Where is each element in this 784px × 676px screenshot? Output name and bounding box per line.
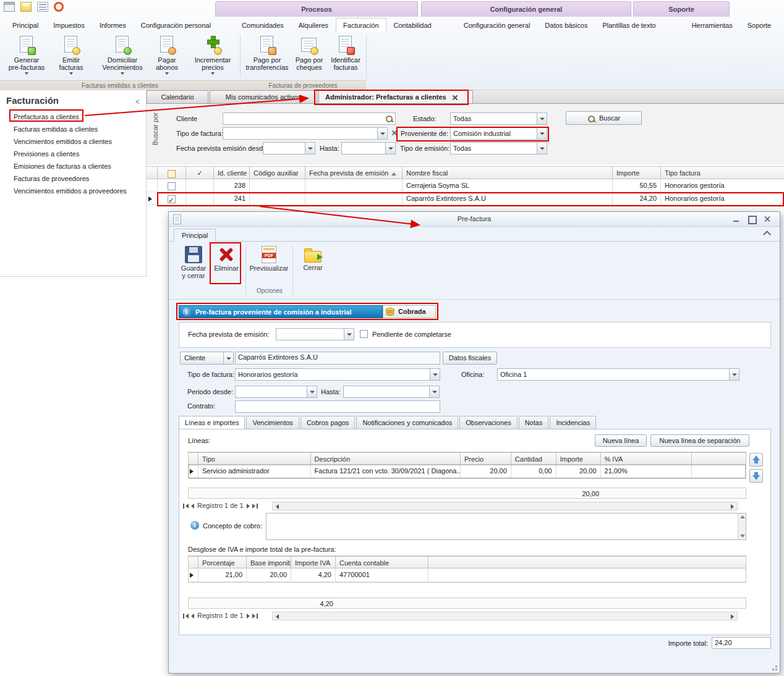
col-iva[interactable]: % IVA — [601, 453, 692, 464]
buscar-button[interactable]: Buscar — [566, 111, 642, 125]
col-importe[interactable]: Importe — [613, 167, 661, 179]
scroll-right-icon[interactable] — [731, 504, 734, 509]
dropdown-button[interactable] — [344, 329, 354, 340]
tab-configuracion-personal[interactable]: Configuración personal — [134, 18, 218, 32]
col-nombre-fiscal[interactable]: Nombre fiscal — [403, 167, 613, 179]
datos-fiscales-button[interactable]: Datos fiscales — [443, 352, 497, 365]
tab-notas[interactable]: Notas — [519, 416, 549, 429]
checkbox-header-icon[interactable] — [168, 170, 176, 178]
dropdown-button[interactable] — [537, 113, 547, 124]
dropdown-button[interactable] — [537, 143, 547, 154]
move-up-button[interactable] — [749, 453, 763, 467]
resize-grip[interactable] — [770, 663, 777, 670]
tab-alquileres[interactable]: Alquileres — [291, 18, 336, 32]
cell-descripcion[interactable]: Factura 121/21 con vcto. 30/09/2021 ( Di… — [311, 465, 461, 478]
iva-row[interactable]: 21,00 20,00 4,20 47700001 — [189, 568, 746, 582]
dialog-titlebar[interactable]: Pre-factura — [169, 212, 780, 227]
last-page-icon[interactable] — [252, 504, 255, 509]
dropdown-button[interactable] — [305, 143, 315, 154]
table-row[interactable]: 238 Cerrajeria Soyma SL 50,55 Honorarios… — [147, 179, 784, 192]
periodo-hasta-input[interactable] — [343, 386, 440, 398]
col-importe-iva[interactable]: Importe IVA — [291, 557, 336, 568]
cell-tipo[interactable]: Servicio administrador — [198, 465, 311, 478]
dropdown-button[interactable] — [429, 386, 439, 397]
textarea-scrollbar[interactable] — [738, 513, 746, 539]
pago-cheques-button[interactable]: Pago por cheques — [293, 33, 325, 79]
last-page-icon[interactable] — [252, 614, 255, 619]
fecha-hasta-input[interactable] — [341, 142, 396, 154]
prev-page-icon[interactable] — [191, 614, 194, 619]
dialog-tab-principal[interactable]: Principal — [174, 229, 216, 242]
emitir-facturas-button[interactable]: Emitir facturas — [53, 33, 89, 79]
sidebar-item-facturas-emitidas[interactable]: Facturas emitidas a clientes — [0, 123, 146, 135]
sidebar-item-vencimientos-clientes[interactable]: Vencimientos emitidos a clientes — [0, 135, 146, 148]
app-window-icon[interactable] — [4, 2, 15, 12]
previsualizar-button[interactable]: Previsualizar — [249, 244, 289, 285]
sidebar-item-facturas-proveedores[interactable]: Facturas de proveedores — [0, 172, 146, 185]
first-page-icon[interactable] — [185, 614, 189, 619]
cliente-split-button[interactable]: Cliente — [180, 352, 234, 365]
col-fecha-prevista[interactable]: Fecha prevista de emisión — [305, 167, 403, 179]
doc-tab-calendario[interactable]: Calendario — [147, 90, 208, 103]
tab-facturacion[interactable]: Facturación — [336, 18, 386, 32]
tipo-factura-select[interactable] — [223, 127, 388, 140]
row-checkbox-cell[interactable] — [158, 192, 186, 205]
scroll-left-icon[interactable] — [276, 614, 279, 619]
dropdown-button[interactable] — [729, 369, 739, 380]
move-down-button[interactable] — [749, 469, 763, 483]
cell-iva[interactable]: 21,00% — [601, 465, 692, 478]
sidebar-item-vencimientos-proveedores[interactable]: Vencimientos emitidos a proveedores — [0, 185, 146, 197]
sidebar-collapse-button[interactable]: < — [135, 98, 140, 106]
horizontal-scrollbar[interactable] — [272, 612, 738, 620]
dropdown-button[interactable] — [377, 128, 387, 139]
check-column-header[interactable]: ✓ — [186, 167, 214, 179]
doc-tab-administrador-prefacturas[interactable]: Administrador: Prefacturas a clientes — [318, 90, 473, 103]
pagar-abonos-button[interactable]: Pagar abonos — [150, 33, 184, 79]
tab-impuestos[interactable]: Impuestos — [46, 18, 92, 32]
cell-importe-iva[interactable]: 4,20 — [291, 568, 336, 581]
linea-row[interactable]: Servicio administrador Factura 121/21 co… — [189, 465, 746, 478]
target-icon[interactable] — [54, 2, 64, 12]
tab-herramientas[interactable]: Herramientas — [684, 18, 740, 32]
pago-transferencias-button[interactable]: Pago por transferencias — [244, 33, 291, 79]
tab-notificaciones[interactable]: Notificaciones y comunicados — [356, 416, 458, 429]
tab-comunidades[interactable]: Comunidades — [234, 18, 291, 32]
concepto-cobro-textarea[interactable] — [266, 513, 746, 540]
next-page-icon[interactable] — [247, 504, 250, 509]
col-precio[interactable]: Precio — [461, 453, 511, 464]
dropdown-button[interactable] — [223, 352, 233, 364]
tab-plantillas-texto[interactable]: Plantillas de texto — [595, 18, 663, 32]
tab-vencimientos[interactable]: Vencimientos — [246, 416, 299, 429]
dropdown-button[interactable] — [537, 128, 547, 139]
notes-icon[interactable] — [37, 2, 48, 12]
tab-cobros-pagos[interactable]: Cobros pagos — [300, 416, 356, 429]
domiciliar-vencimientos-button[interactable]: Domiciliar Vencimientos — [98, 33, 147, 79]
contrato-input[interactable] — [235, 400, 440, 413]
dropdown-button[interactable] — [430, 369, 440, 380]
row-checkbox-cell[interactable] — [158, 179, 186, 192]
cerrar-button[interactable]: Cerrar — [297, 244, 328, 285]
doc-tab-mis-comunicados[interactable]: Mis comunicados activos — [210, 90, 317, 103]
pendiente-checkbox[interactable] — [360, 330, 368, 338]
fecha-desde-input[interactable] — [263, 142, 315, 154]
row-checkbox[interactable] — [168, 182, 176, 190]
sidebar-item-emisiones[interactable]: Emisiones de facturas a clientes — [0, 160, 146, 172]
tab-datos-basicos[interactable]: Datos básicos — [537, 18, 595, 32]
eliminar-button[interactable]: Eliminar — [212, 244, 241, 285]
col-cantidad[interactable]: Cantidad — [511, 453, 556, 464]
col-cuenta-contable[interactable]: Cuenta contable — [336, 557, 428, 568]
cliente-input[interactable] — [223, 112, 396, 125]
tipo-factura-select[interactable]: Honorarios gestoría — [235, 368, 440, 381]
col-base-imponible[interactable]: Base imponible — [247, 557, 291, 568]
cliente-value-field[interactable]: Caparrós Extintores S.A.U — [235, 352, 440, 365]
tab-contabilidad[interactable]: Contabilidad — [386, 18, 439, 32]
tab-incidencias[interactable]: Incidencias — [550, 416, 596, 429]
minimize-icon[interactable] — [732, 215, 741, 223]
sidebar-item-previsiones[interactable]: Previsiones a clientes — [0, 148, 146, 160]
search-icon[interactable] — [385, 115, 393, 123]
tipo-emision-select[interactable]: Todas — [450, 142, 547, 154]
iva-pager[interactable]: Registro 1 de 1 — [183, 611, 258, 621]
cell-base[interactable]: 20,00 — [247, 568, 291, 581]
dropdown-button[interactable] — [307, 386, 317, 397]
guardar-cerrar-button[interactable]: Guardar y cerrar — [177, 244, 210, 285]
